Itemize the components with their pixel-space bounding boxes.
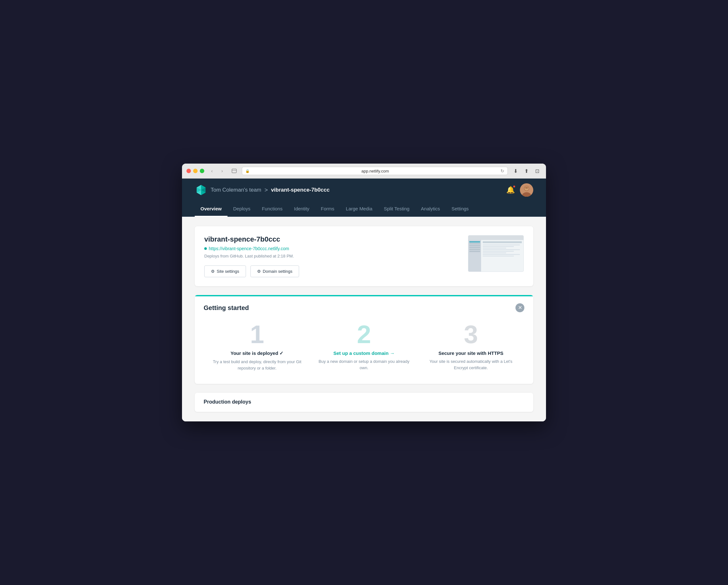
breadcrumb: Tom Coleman's team > vibrant-spence-7b0c… [211,187,330,194]
step-2: 2 Set up a custom domain → Buy a new dom… [311,319,417,374]
step-3: 3 Secure your site with HTTPS Your site … [417,319,524,374]
domain-settings-label: Domain settings [263,269,292,274]
tab-overview[interactable]: Overview [195,201,228,217]
step-1-description: Try a test build and deploy, directly fr… [210,359,304,371]
preview-line [483,248,506,249]
notifications-button[interactable]: 🔔 [506,186,515,194]
production-deploys-card: Production deploys [195,393,533,412]
breadcrumb-separator: > [264,187,268,194]
site-info: vibrant-spence-7b0ccc https://vibrant-sp… [204,235,468,277]
gear-icon-site: ⚙ [211,269,215,274]
site-meta-text: Deploys from GitHub. Last published at 2… [204,254,468,258]
nav-tabs: Overview Deploys Functions Identity Form… [182,201,546,217]
status-dot [204,247,207,250]
production-deploys-title: Production deploys [204,399,524,405]
preview-sidebar [468,240,481,272]
preview-line [483,251,514,252]
lock-icon: 🔒 [245,169,250,173]
preview-line [483,252,506,253]
preview-sidebar-item [469,241,480,243]
site-settings-button[interactable]: ⚙ Site settings [204,265,246,277]
refresh-icon[interactable]: ↻ [500,168,504,174]
site-settings-label: Site settings [217,269,239,274]
header-left: Tom Coleman's team > vibrant-spence-7b0c… [195,184,330,196]
tab-overview-button[interactable] [230,167,239,175]
preview-inner [468,235,523,272]
step-1-title: Your site is deployed ✓ [231,351,284,356]
site-title: vibrant-spence-7b0ccc [204,235,468,244]
address-bar[interactable]: 🔒 app.netlify.com ↻ [242,167,508,175]
tab-functions[interactable]: Functions [256,201,288,217]
preview-sidebar-item [469,251,480,252]
preview-line [483,254,520,255]
browser-toolbar: ‹ › 🔒 app.netlify.com ↻ ⬇ ⬆ ⊡ [182,163,546,179]
tab-deploys[interactable]: Deploys [228,201,256,217]
preview-line [483,249,520,250]
team-name[interactable]: Tom Coleman's team [211,187,261,193]
preview-content [483,245,522,257]
app-header: Tom Coleman's team > vibrant-spence-7b0c… [182,179,546,201]
preview-line [483,245,520,246]
traffic-lights [186,169,204,173]
back-button[interactable]: ‹ [207,167,216,175]
close-icon: ✕ [518,305,522,310]
main-content: vibrant-spence-7b0ccc https://vibrant-sp… [182,217,546,422]
tab-identity[interactable]: Identity [288,201,315,217]
site-action-buttons: ⚙ Site settings ⚙ Domain settings [204,265,468,277]
getting-started-steps: 1 Your site is deployed ✓ Try a test bui… [195,312,533,384]
tab-forms[interactable]: Forms [315,201,340,217]
step-2-title[interactable]: Set up a custom domain → [334,351,395,356]
user-avatar[interactable] [520,183,533,197]
getting-started-section: Getting started ✕ 1 Your site is deploye… [195,295,533,384]
site-card: vibrant-spence-7b0ccc https://vibrant-sp… [195,226,533,286]
browser-actions: ⬇ ⬆ ⊡ [511,167,542,175]
getting-started-close-button[interactable]: ✕ [516,303,524,312]
preview-body [468,240,523,272]
browser-window: ‹ › 🔒 app.netlify.com ↻ ⬇ ⬆ ⊡ [182,163,546,422]
preview-sidebar-item [469,245,480,246]
header-right: 🔔 [506,183,533,197]
tab-large-media[interactable]: Large Media [340,201,378,217]
preview-topbar [468,235,523,240]
svg-rect-0 [232,169,236,173]
step-2-number: 2 [357,322,371,347]
notification-badge [513,185,516,188]
gear-icon-domain: ⚙ [257,269,261,274]
step-1-number: 1 [250,322,264,347]
share-button[interactable]: ⬆ [522,167,531,175]
svg-point-13 [525,187,528,189]
avatar-image [520,183,533,197]
download-button[interactable]: ⬇ [511,167,520,175]
site-name[interactable]: vibrant-spence-7b0ccc [271,187,330,193]
minimize-traffic-light[interactable] [193,169,198,173]
preview-header-bar [483,241,522,243]
preview-sidebar-item [469,247,480,248]
netlify-logo [195,184,207,196]
step-1: 1 Your site is deployed ✓ Try a test bui… [204,319,311,374]
step-2-description: Buy a new domain or setup a domain you a… [317,358,411,371]
step-3-title: Secure your site with HTTPS [438,351,503,356]
tab-split-testing[interactable]: Split Testing [378,201,415,217]
step-3-number: 3 [464,322,478,347]
domain-settings-button[interactable]: ⚙ Domain settings [251,265,299,277]
step-3-description: Your site is secured automatically with … [424,358,518,371]
tab-analytics[interactable]: Analytics [415,201,446,217]
tab-settings[interactable]: Settings [446,201,474,217]
site-url-wrap: https://vibrant-spence-7b0ccc.netlify.co… [204,246,468,251]
close-traffic-light[interactable] [186,169,191,173]
preview-line [483,256,514,257]
preview-main-area [481,240,523,272]
getting-started-header: Getting started ✕ [195,296,533,312]
site-preview-thumbnail [468,235,524,272]
getting-started-title: Getting started [204,304,249,312]
preview-sidebar-item [469,249,480,250]
preview-line [483,246,514,247]
tabs-button[interactable]: ⊡ [532,167,542,175]
preview-sidebar-item [469,243,480,245]
svg-rect-1 [232,170,236,171]
fullscreen-traffic-light[interactable] [200,169,204,173]
browser-nav-buttons: ‹ › [207,167,227,175]
url-text: app.netlify.com [252,169,499,174]
site-url-link[interactable]: https://vibrant-spence-7b0ccc.netlify.co… [209,246,289,251]
forward-button[interactable]: › [218,167,227,175]
